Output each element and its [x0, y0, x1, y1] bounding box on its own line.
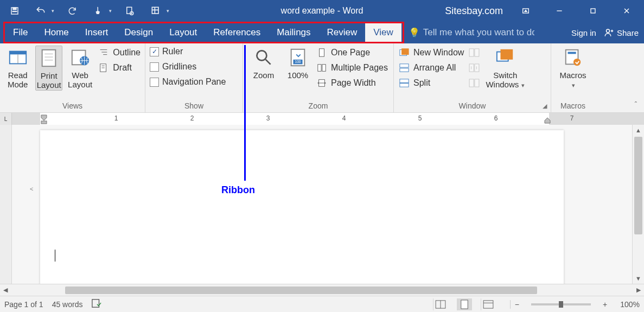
tab-file[interactable]: File: [5, 23, 36, 42]
read-mode-view-icon[interactable]: [433, 298, 448, 310]
outline-button[interactable]: Outline: [98, 47, 141, 59]
page[interactable]: [40, 130, 564, 284]
draft-icon: [98, 62, 110, 74]
ruler-checkbox[interactable]: ✓Ruler: [150, 47, 226, 56]
web-layout-icon: [69, 47, 91, 68]
annotation-leader-line: [244, 45, 246, 181]
scroll-right-icon[interactable]: ▶: [633, 286, 644, 294]
group-label-zoom: Zoom: [247, 100, 389, 111]
ribbon-tabs-highlight: File Home Insert Design Layout Reference…: [3, 22, 404, 43]
touch-dropdown-icon[interactable]: ▾: [109, 8, 112, 14]
one-page-icon: [316, 47, 328, 59]
zoom-slider-thumb[interactable]: [559, 301, 563, 308]
print-preview-icon[interactable]: [122, 3, 138, 19]
svg-rect-48: [469, 79, 474, 87]
vertical-ruler[interactable]: [0, 125, 12, 284]
scroll-down-icon[interactable]: ▼: [633, 273, 644, 284]
zoom-out-button[interactable]: −: [510, 300, 519, 309]
macros-icon: [562, 47, 584, 68]
outline-icon: [98, 47, 110, 59]
maximize-button[interactable]: [579, 0, 607, 22]
svg-point-54: [573, 59, 581, 66]
tab-mailings[interactable]: Mailings: [269, 23, 318, 42]
sync-scroll-icon: [468, 62, 480, 74]
customize-qat-icon[interactable]: ▾: [167, 8, 169, 14]
web-layout-button[interactable]: Web Layout: [67, 46, 93, 90]
navigation-pane-checkbox[interactable]: Navigation Pane: [150, 77, 226, 87]
close-button[interactable]: [613, 0, 641, 22]
tell-me-search[interactable]: 💡 Tell me what you want to do: [409, 22, 566, 43]
page-width-icon: [316, 77, 328, 89]
ruler-tick: 4: [342, 114, 346, 122]
quick-print-icon[interactable]: [148, 3, 164, 19]
status-bar: Page 1 of 1 45 words − + 100%: [0, 296, 644, 312]
ruler-tick: 7: [570, 114, 574, 122]
scroll-thumb-h[interactable]: [65, 286, 537, 294]
gridlines-checkbox[interactable]: Gridlines: [150, 62, 226, 72]
share-button[interactable]: Share: [604, 28, 639, 37]
svg-rect-36: [322, 65, 326, 72]
new-window-icon: [398, 47, 410, 59]
page-width-button[interactable]: Page Width: [316, 77, 388, 89]
macros-button[interactable]: Macros▾: [557, 46, 589, 90]
zoom-100-button[interactable]: 100 100%: [284, 46, 311, 80]
zoom-percent[interactable]: 100%: [620, 300, 640, 309]
right-indent-marker-icon[interactable]: [544, 118, 551, 124]
svg-rect-3: [127, 7, 132, 14]
save-icon[interactable]: [7, 3, 23, 19]
undo-dropdown-icon[interactable]: ▾: [52, 8, 54, 14]
one-page-button[interactable]: One Page: [316, 47, 388, 59]
draft-button[interactable]: Draft: [98, 62, 141, 74]
svg-rect-47: [475, 64, 479, 72]
read-mode-button[interactable]: Read Mode: [4, 46, 31, 90]
arrange-all-button[interactable]: Arrange All: [398, 62, 464, 74]
svg-marker-57: [545, 118, 550, 123]
spell-check-icon[interactable]: [91, 298, 102, 310]
tab-layout[interactable]: Layout: [161, 23, 205, 42]
word-count[interactable]: 45 words: [52, 300, 83, 309]
ribbon-display-options-icon[interactable]: [512, 0, 540, 22]
quick-access-toolbar: ▾ ▾ ▾: [0, 3, 169, 19]
horizontal-ruler[interactable]: L 1 2 3 4 5 6 7: [0, 113, 644, 125]
scroll-left-icon[interactable]: ◀: [0, 286, 11, 294]
ruler-tick: 5: [418, 114, 422, 122]
touch-mode-icon[interactable]: [90, 3, 106, 19]
horizontal-scrollbar[interactable]: ◀ ▶: [0, 284, 644, 296]
tab-selector[interactable]: L: [0, 113, 12, 125]
tab-home[interactable]: Home: [36, 23, 76, 42]
page-count[interactable]: Page 1 of 1: [4, 300, 43, 309]
scroll-thumb[interactable]: [634, 137, 642, 234]
indent-marker-icon[interactable]: [40, 113, 48, 125]
dialog-launcher-icon[interactable]: ◢: [541, 101, 549, 111]
arrange-all-icon: [398, 62, 410, 74]
chevron-down-icon: ▾: [520, 82, 525, 88]
view-side-by-side-button: [468, 47, 480, 59]
print-layout-button[interactable]: Print Layout: [35, 46, 62, 91]
undo-icon[interactable]: [33, 3, 49, 19]
new-window-button[interactable]: New Window: [398, 47, 464, 59]
vertical-scrollbar[interactable]: ▲ ▼: [632, 125, 644, 284]
svg-marker-55: [41, 115, 47, 120]
split-button[interactable]: Split: [398, 77, 464, 89]
scroll-up-icon[interactable]: ▲: [633, 125, 644, 136]
redo-icon[interactable]: [64, 3, 80, 19]
tab-references[interactable]: References: [205, 23, 269, 42]
svg-rect-56: [41, 121, 47, 124]
split-icon: [398, 77, 410, 89]
document-area[interactable]: <: [12, 125, 632, 284]
multiple-pages-button[interactable]: Multiple Pages: [316, 62, 388, 74]
minimize-button[interactable]: [545, 0, 573, 22]
zoom-in-button[interactable]: +: [603, 300, 607, 309]
print-layout-view-icon[interactable]: [457, 298, 472, 310]
tab-view[interactable]: View: [365, 23, 401, 42]
web-layout-view-icon[interactable]: [481, 298, 496, 310]
collapse-ribbon-icon[interactable]: ˆ: [630, 98, 642, 110]
switch-windows-button[interactable]: Switch Windows ▾: [484, 46, 526, 90]
tab-review[interactable]: Review: [319, 23, 366, 42]
zoom-slider[interactable]: [531, 303, 591, 305]
sign-in-link[interactable]: Sign in: [571, 28, 596, 37]
svg-rect-53: [568, 52, 576, 54]
tab-insert[interactable]: Insert: [77, 23, 117, 42]
zoom-button[interactable]: Zoom: [247, 46, 280, 80]
tab-design[interactable]: Design: [116, 23, 161, 42]
